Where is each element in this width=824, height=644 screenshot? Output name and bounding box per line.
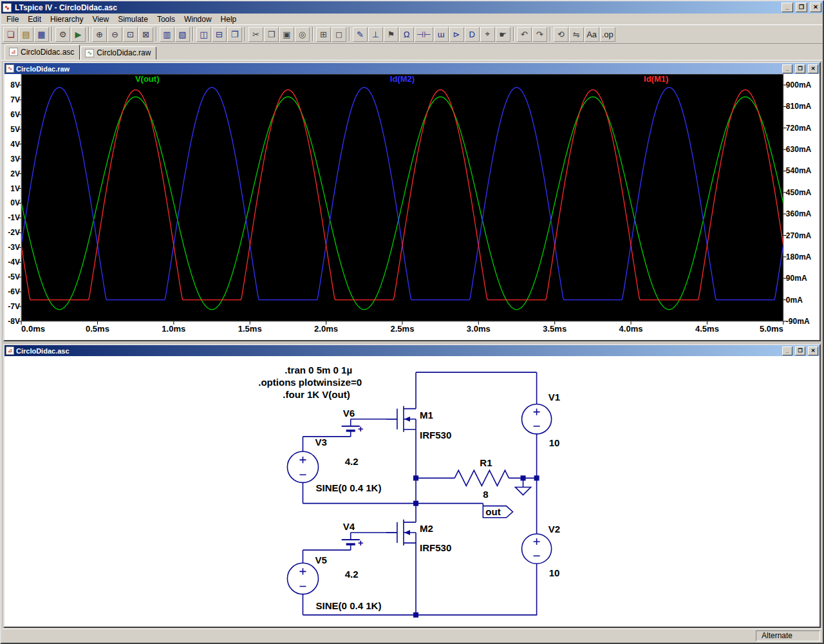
text-icon[interactable]: Aa	[585, 27, 599, 42]
find-icon[interactable]: ◎	[295, 27, 310, 42]
net-label-icon[interactable]: ⚑	[384, 27, 398, 42]
mosfet-m1[interactable]	[386, 406, 416, 432]
label-v2[interactable]: V2	[548, 524, 560, 535]
menu-file[interactable]: File	[2, 14, 23, 24]
inductor-icon[interactable]: ɯ	[434, 27, 449, 42]
value-v3[interactable]: SINE(0 0.4 1K)	[316, 482, 382, 493]
directive-options[interactable]: .options plotwinsize=0	[258, 377, 362, 388]
save-icon[interactable]: ▦	[34, 27, 49, 42]
trace-label-Id(M1)[interactable]: Id(M1)	[644, 74, 668, 84]
label-r1[interactable]: R1	[480, 457, 492, 468]
titlebar[interactable]: ∿ LTspice IV - CircloDidac.asc _ ❐ ✕	[1, 1, 823, 14]
battery-v6[interactable]	[342, 426, 360, 431]
control-panel-icon[interactable]: ⚙	[55, 27, 70, 42]
waveform-minimize-button[interactable]: _	[782, 64, 792, 73]
tile-horizontal-icon[interactable]: ⊟	[212, 27, 227, 42]
restore-button[interactable]: ❐	[796, 3, 807, 12]
label-m2[interactable]: M2	[420, 523, 433, 534]
menu-view[interactable]: View	[88, 14, 113, 24]
ground-icon[interactable]: ⊥	[368, 27, 383, 42]
label-m1[interactable]: M1	[420, 410, 433, 421]
rotate-icon[interactable]: ⟲	[554, 27, 568, 42]
tab-circlodidac-asc[interactable]: ⊿CircloDidac.asc	[5, 44, 80, 60]
menu-hierarchy[interactable]: Hierarchy	[46, 14, 88, 24]
schematic-canvas[interactable]: .tran 0 5m 0 1µ .options plotwinsize=0 .…	[5, 356, 819, 627]
label-v4[interactable]: V4	[343, 521, 355, 532]
voltage-source-v1[interactable]	[522, 404, 552, 434]
close-button[interactable]: ✕	[810, 3, 821, 12]
tab-circlodidac-raw[interactable]: ∿CircloDidac.raw	[80, 46, 156, 60]
zoom-fit-icon[interactable]: ⊠	[138, 27, 153, 42]
drag-icon[interactable]: ☛	[496, 27, 510, 42]
value-v4[interactable]: 4.2	[345, 569, 359, 580]
zoom-in-icon[interactable]: ⊕	[92, 27, 107, 42]
waveform-plot-area[interactable]: 8V7V6V5V4V3V2V1V0V-1V-2V-3V-4V-5V-6V-7V-…	[5, 74, 819, 340]
directive-tran[interactable]: .tran 0 5m 0 1µ	[285, 365, 352, 375]
schematic-window-titlebar[interactable]: ⊿ CircloDidac.asc _ ❐ ✕	[5, 345, 819, 356]
schematic-close-button[interactable]: ✕	[808, 346, 818, 355]
spice-directive-icon[interactable]: .op	[600, 27, 615, 42]
new-schematic-icon[interactable]: ❏	[3, 27, 18, 42]
value-v1[interactable]: 10	[549, 437, 560, 448]
voltage-source-v5[interactable]	[287, 563, 318, 594]
label-out[interactable]: out	[485, 506, 500, 517]
move-icon[interactable]: ⌖	[480, 27, 495, 42]
minimize-button[interactable]: _	[782, 3, 793, 12]
value-v2[interactable]: 10	[549, 567, 560, 578]
voltage-source-v3[interactable]	[287, 451, 318, 482]
mirror-icon[interactable]: ⇋	[569, 27, 584, 42]
print-preview-icon[interactable]: ◻	[332, 27, 346, 42]
capacitor-icon[interactable]: ⊣⊢	[415, 27, 433, 42]
zoom-area-icon[interactable]: ⊡	[123, 27, 138, 42]
trace-label-V(out)[interactable]: V(out)	[135, 74, 160, 84]
print-icon[interactable]: ⊞	[316, 27, 331, 42]
diode-icon[interactable]: ⊳	[449, 27, 464, 42]
cut-icon[interactable]: ✂	[248, 27, 263, 42]
schematic-drawing[interactable]: .tran 0 5m 0 1µ .options plotwinsize=0 .…	[5, 356, 819, 627]
schematic-restore-button[interactable]: ❐	[795, 346, 805, 355]
menu-window[interactable]: Window	[180, 14, 216, 24]
battery-v4[interactable]	[342, 540, 360, 544]
redo-icon[interactable]: ↷	[532, 27, 547, 42]
open-icon[interactable]: ▤	[19, 27, 33, 42]
component-icon[interactable]: D	[465, 27, 480, 42]
value-v5[interactable]: SINE(0 0.4 1K)	[316, 600, 382, 611]
paste-icon[interactable]: ▣	[279, 27, 294, 42]
run-icon[interactable]: ▶	[71, 27, 86, 42]
label-v3[interactable]: V3	[315, 437, 327, 448]
y-left-tick-label: -5V	[8, 272, 20, 281]
directive-four[interactable]: .four 1K V(out)	[283, 389, 350, 400]
plot-settings-icon[interactable]: ▥	[160, 27, 174, 42]
value-m1[interactable]: IRF530	[420, 430, 451, 440]
menu-simulate[interactable]: Simulate	[113, 14, 153, 24]
waveform-close-button[interactable]: ✕	[808, 64, 818, 73]
waveform-window-titlebar[interactable]: ∿ CircloDidac.raw _ ❐ ✕	[5, 63, 819, 74]
value-v6[interactable]: 4.2	[345, 456, 359, 467]
value-r1[interactable]: 8	[483, 489, 488, 500]
voltage-source-v2[interactable]	[522, 534, 552, 564]
menu-help[interactable]: Help	[216, 14, 241, 24]
resistor-r1[interactable]	[454, 470, 509, 486]
menu-edit[interactable]: Edit	[23, 14, 46, 24]
label-v1[interactable]: V1	[548, 392, 560, 402]
spice-netlist-icon[interactable]: ▧	[175, 27, 190, 42]
resistor-icon[interactable]: Ω	[399, 27, 414, 42]
cascade-windows-icon[interactable]: ❐	[227, 27, 242, 42]
mosfet-m2[interactable]	[386, 520, 416, 545]
menu-tools[interactable]: Tools	[153, 14, 180, 24]
waveform-restore-button[interactable]: ❐	[795, 64, 805, 73]
plot-pane[interactable]	[21, 74, 783, 321]
label-v6[interactable]: V6	[343, 408, 355, 419]
ground-symbol[interactable]	[516, 487, 531, 495]
y-right-tick-label: 180mA	[786, 252, 812, 261]
label-v5[interactable]: V5	[315, 554, 327, 565]
tile-vertical-icon[interactable]: ◫	[196, 27, 211, 42]
value-m2[interactable]: IRF530	[420, 542, 451, 553]
trace-label-Id(M2)[interactable]: Id(M2)	[390, 74, 415, 84]
schematic-minimize-button[interactable]: _	[782, 346, 792, 355]
copy-icon[interactable]: ❒	[264, 27, 279, 42]
zoom-back-icon[interactable]: ⊖	[108, 27, 122, 42]
draw-wire-icon[interactable]: ✎	[353, 27, 368, 42]
waveform-plot[interactable]: 8V7V6V5V4V3V2V1V0V-1V-2V-3V-4V-5V-6V-7V-…	[5, 74, 819, 340]
undo-icon[interactable]: ↶	[517, 27, 532, 42]
